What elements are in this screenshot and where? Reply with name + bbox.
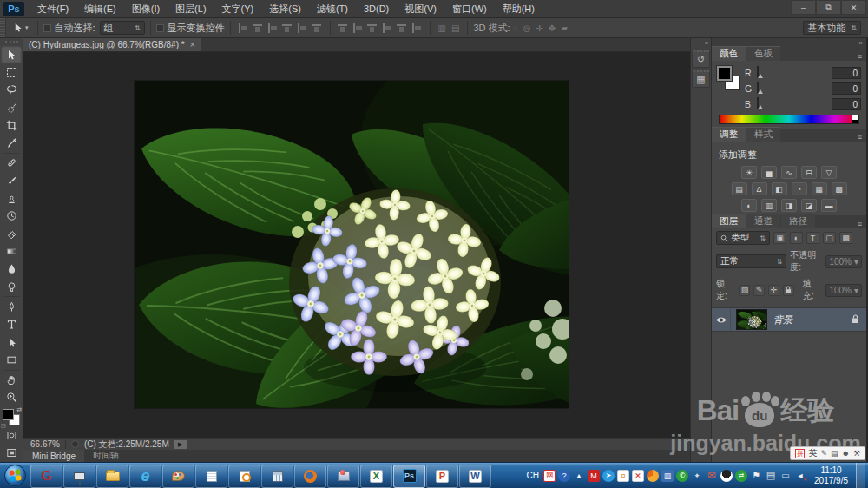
info-panel-button[interactable]: ▦ xyxy=(692,70,710,88)
tray-volume-muted-icon[interactable]: ◄ xyxy=(794,470,806,482)
taskbar-internet-explorer[interactable]: e xyxy=(129,465,161,488)
crop-tool[interactable] xyxy=(1,116,22,134)
taskbar-clock[interactable]: 11:10 2017/9/5 xyxy=(809,465,853,486)
ime-logo-icon[interactable]: 拼 xyxy=(795,449,805,458)
eraser-tool[interactable] xyxy=(1,225,22,242)
3d-scale-icon[interactable]: ▰ xyxy=(558,23,570,33)
threshold-adjustment-icon[interactable]: ◨ xyxy=(781,199,797,212)
taskbar-calculator[interactable] xyxy=(261,465,293,488)
smart-object-filter-icon[interactable]: ▩ xyxy=(839,232,852,244)
spot-healing-brush-tool[interactable] xyxy=(1,155,22,172)
opacity-field[interactable]: 100% ▾ xyxy=(825,255,862,268)
clone-stamp-tool[interactable] xyxy=(1,189,22,207)
menu-window[interactable]: 窗口(W) xyxy=(444,0,495,17)
taskbar-g-app[interactable]: G xyxy=(30,465,62,488)
tab-swatches[interactable]: 色板 xyxy=(746,46,780,61)
tray-action-center-flag-icon[interactable]: ⚑ xyxy=(750,470,762,482)
align-right-icon[interactable] xyxy=(312,23,323,33)
tray-blue-app-icon[interactable]: ▥ xyxy=(661,470,674,482)
rectangular-marquee-tool[interactable] xyxy=(1,63,22,81)
zoom-level[interactable]: 66.67% xyxy=(30,439,60,449)
red-slider[interactable] xyxy=(757,67,828,79)
red-value-field[interactable]: 0 xyxy=(832,67,861,79)
close-button[interactable]: ✕ xyxy=(841,0,866,15)
tool-preset-picker[interactable]: ▾ xyxy=(10,22,32,34)
lock-all-icon[interactable] xyxy=(783,285,794,296)
taskbar-screen-recorder[interactable] xyxy=(63,465,95,488)
color-spectrum-ramp[interactable] xyxy=(719,115,859,124)
menu-file[interactable]: 文件(F) xyxy=(30,0,76,17)
panel-menu-icon[interactable]: ≡ xyxy=(853,220,866,228)
curves-adjustment-icon[interactable]: ∿ xyxy=(781,166,797,179)
distribute-middle-icon[interactable] xyxy=(352,23,364,33)
dodge-tool[interactable] xyxy=(1,278,22,295)
tab-adjustments[interactable]: 调整 xyxy=(712,127,746,142)
expand-dock-icon[interactable]: « xyxy=(702,38,711,48)
taskbar-photoshop[interactable]: Ps xyxy=(393,465,425,488)
tray-phone-icon[interactable]: ✆ xyxy=(676,470,688,482)
align-bottom-icon[interactable] xyxy=(267,23,279,33)
type-tool[interactable] xyxy=(1,316,22,333)
invert-adjustment-icon[interactable]: ◐ xyxy=(741,199,757,212)
swap-colors-icon[interactable]: ⇄ xyxy=(16,406,22,413)
type-layer-filter-icon[interactable]: T xyxy=(806,232,819,244)
ime-pen-icon[interactable]: ✎ xyxy=(820,449,827,458)
layer-filter-dropdown[interactable]: 类型 ⇅ xyxy=(716,231,770,245)
layer-thumbnail[interactable] xyxy=(736,309,767,330)
ime-keyboard-icon[interactable]: ▤ xyxy=(831,449,838,458)
history-panel-button[interactable]: ↺ xyxy=(692,50,710,68)
menu-select[interactable]: 选择(S) xyxy=(261,0,309,17)
start-button[interactable] xyxy=(0,464,30,488)
show-hidden-icons-button[interactable]: ▲ xyxy=(573,470,585,482)
document-tab[interactable]: (C) Hydrangeas.jpg @ 66.7%(RGB/8#) * × xyxy=(23,38,201,51)
gradient-tool[interactable] xyxy=(1,242,22,260)
taskbar-search-tool[interactable] xyxy=(228,465,260,488)
gradient-map-adjustment-icon[interactable]: ▬ xyxy=(821,199,837,212)
exposure-adjustment-icon[interactable]: ⊟ xyxy=(801,166,817,179)
panel-menu-icon[interactable]: ≡ xyxy=(853,133,866,142)
lock-transparency-icon[interactable]: ▨ xyxy=(739,285,750,296)
path-selection-tool[interactable] xyxy=(1,333,22,351)
tray-m-app-icon[interactable]: M xyxy=(588,470,600,482)
language-indicator[interactable]: CH xyxy=(527,471,539,480)
tray-search-icon[interactable]: ¤ xyxy=(617,470,629,482)
menu-filter[interactable]: 滤镜(T) xyxy=(309,0,356,17)
background-layer-row[interactable]: 背景 xyxy=(712,307,866,332)
blur-tool[interactable] xyxy=(1,260,22,278)
distribute-top-icon[interactable] xyxy=(338,23,349,33)
green-slider[interactable] xyxy=(757,82,828,95)
ime-person-icon[interactable]: ☻ xyxy=(841,449,849,458)
blue-value-field[interactable]: 0 xyxy=(832,98,861,110)
lasso-tool[interactable] xyxy=(1,82,22,99)
menu-layer[interactable]: 图层(L) xyxy=(168,0,214,17)
lock-position-icon[interactable]: ✛ xyxy=(768,285,779,296)
align-left-icon[interactable] xyxy=(282,23,293,33)
posterize-adjustment-icon[interactable]: ▥ xyxy=(761,199,777,212)
taskbar-chart-app[interactable] xyxy=(327,465,359,488)
channel-mixer-adjustment-icon[interactable]: ▦ xyxy=(812,182,827,195)
tray-x-app-icon[interactable]: ✕ xyxy=(632,470,644,482)
align-middle-icon[interactable] xyxy=(253,23,264,33)
tab-paths[interactable]: 路径 xyxy=(781,214,815,228)
history-brush-tool[interactable] xyxy=(1,208,22,225)
tray-network-icon[interactable]: ▭ xyxy=(779,470,792,482)
workspace-switcher[interactable]: 基本功能 ⇅ xyxy=(803,21,861,35)
green-value-field[interactable]: 0 xyxy=(832,82,861,95)
tab-timeline[interactable]: 时间轴 xyxy=(84,450,128,462)
auto-align-layers-icon[interactable]: ▥ xyxy=(436,23,449,33)
taskbar-firefox[interactable] xyxy=(294,465,326,488)
align-center-icon[interactable] xyxy=(297,23,308,33)
brush-tool[interactable] xyxy=(1,172,22,189)
taskbar-explorer[interactable] xyxy=(96,465,128,488)
rectangle-tool[interactable] xyxy=(1,351,22,368)
distribute-right-icon[interactable] xyxy=(411,23,423,33)
distribute-bottom-icon[interactable] xyxy=(367,23,378,33)
layer-name[interactable]: 背景 xyxy=(773,313,852,326)
menu-edit[interactable]: 编辑(E) xyxy=(76,0,124,17)
taskbar-word[interactable]: W xyxy=(459,465,491,488)
black-white-adjustment-icon[interactable]: ◧ xyxy=(772,182,787,195)
tray-qq-icon[interactable] xyxy=(720,470,733,482)
menu-help[interactable]: 帮助(H) xyxy=(495,0,542,17)
quick-selection-tool[interactable] xyxy=(1,99,22,116)
shape-layer-filter-icon[interactable]: ▢ xyxy=(823,232,836,244)
